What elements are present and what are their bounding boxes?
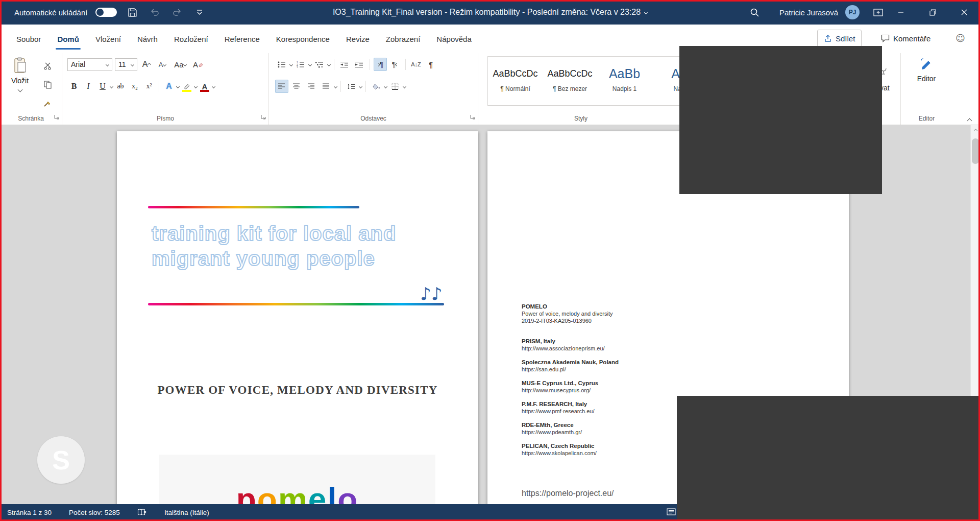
style-item-heading1[interactable]: AaBb Nadpis 1 <box>597 57 652 105</box>
clear-formatting-button[interactable]: A <box>191 58 205 71</box>
feedback-smiley-icon[interactable]: ☺ <box>955 33 965 43</box>
highlight-button[interactable] <box>180 80 193 93</box>
eraser-icon <box>199 62 203 67</box>
font-family-select[interactable]: Arial <box>67 58 112 71</box>
subscript-button[interactable]: x₂ <box>128 80 141 93</box>
styles-group-label: Styly <box>478 115 683 122</box>
borders-options-icon[interactable] <box>403 84 406 88</box>
increase-indent-button[interactable] <box>353 58 366 71</box>
word-count-status[interactable]: Počet slov: 5285 <box>69 509 120 516</box>
search-icon[interactable] <box>748 5 762 19</box>
tab-revize[interactable]: Revize <box>338 25 378 53</box>
separator <box>340 81 341 92</box>
restore-button[interactable] <box>917 0 948 25</box>
highlight-options-icon[interactable] <box>194 84 198 88</box>
strikethrough-button[interactable]: ab <box>114 80 127 93</box>
tab-napoveda[interactable]: Nápověda <box>428 25 479 53</box>
text-effects-options-icon[interactable] <box>176 84 180 88</box>
tab-zobrazeni[interactable]: Zobrazení <box>378 25 429 53</box>
ltr-direction-button[interactable]: ¶ <box>374 58 387 71</box>
font-size-select[interactable]: 11 <box>115 58 137 71</box>
group-styles: AaBbCcDc ¶ Normální AaBbCcDc ¶ Bez mezer… <box>478 53 684 125</box>
page-number-status[interactable]: Stránka 1 z 30 <box>7 509 52 516</box>
text-effects-button[interactable]: A <box>162 80 176 93</box>
bullets-button[interactable] <box>275 58 288 71</box>
shading-options-icon[interactable] <box>384 84 387 88</box>
shading-button[interactable] <box>370 80 383 93</box>
numbering-button[interactable]: 123 <box>294 58 307 71</box>
editor-button[interactable]: Editor <box>908 57 945 109</box>
highlighter-icon <box>183 83 190 89</box>
decrease-indent-button[interactable] <box>338 58 351 71</box>
tab-reference[interactable]: Reference <box>216 25 268 53</box>
style-item-heading2[interactable]: Aa Nad <box>652 57 682 105</box>
close-button[interactable] <box>948 0 980 25</box>
sort-button[interactable]: A↓Z <box>409 58 423 71</box>
align-left-button[interactable] <box>275 80 288 93</box>
numbering-options-icon[interactable] <box>308 62 312 66</box>
font-color-swatch <box>200 90 209 92</box>
scrollbar-thumb[interactable] <box>972 138 979 164</box>
tab-domu[interactable]: Domů <box>49 25 87 53</box>
change-case-button[interactable]: Aa <box>172 58 189 71</box>
share-button[interactable]: Sdílet <box>817 30 862 47</box>
scroll-up-button[interactable] <box>971 125 980 135</box>
font-color-button[interactable]: A <box>198 80 211 93</box>
styles-gallery: AaBbCcDc ¶ Normální AaBbCcDc ¶ Bez mezer… <box>487 56 682 106</box>
quick-access-customize-icon[interactable] <box>192 5 207 19</box>
user-name[interactable]: Patricie Jurasová <box>779 8 838 17</box>
bold-button[interactable]: B <box>67 80 81 93</box>
document-page-1[interactable]: training kit for local and migrant young… <box>117 131 478 504</box>
multilevel-list-button[interactable] <box>313 58 326 71</box>
style-item-no-spacing[interactable]: AaBbCcDc ¶ Bez mezer <box>543 57 597 105</box>
align-center-button[interactable] <box>290 80 303 93</box>
shrink-font-button[interactable]: A <box>156 58 169 71</box>
underline-button[interactable]: U <box>96 80 109 93</box>
align-right-button[interactable] <box>305 80 318 93</box>
chevron-down-icon <box>106 62 109 66</box>
superscript-button[interactable]: x² <box>142 80 156 93</box>
document-title[interactable]: IO3_Training Kit_Final version - Režim k… <box>333 0 647 25</box>
comments-button[interactable]: Komentáře <box>876 30 936 47</box>
partner-item: Spoleczna Akademia Nauk, Poland https://… <box>522 359 721 373</box>
format-painter-button[interactable] <box>41 97 54 110</box>
copy-button[interactable] <box>41 78 54 91</box>
show-marks-button[interactable]: ¶ <box>424 58 437 71</box>
justify-options-icon[interactable] <box>334 84 337 88</box>
share-icon <box>824 34 832 42</box>
underline-options-icon[interactable] <box>110 84 113 88</box>
arrow-left-icon <box>395 62 399 66</box>
rtl-direction-button[interactable]: ¶ <box>388 58 402 71</box>
redo-icon[interactable] <box>170 5 184 19</box>
grow-font-button[interactable]: A <box>140 58 153 71</box>
caret-up-icon <box>148 62 151 66</box>
tab-rozlozeni[interactable]: Rozložení <box>166 25 216 53</box>
avatar[interactable]: PJ <box>845 5 860 19</box>
borders-button[interactable] <box>388 80 402 93</box>
paste-button[interactable]: Vložit <box>6 57 34 109</box>
ribbon-display-options-icon[interactable] <box>871 5 885 19</box>
cut-button[interactable] <box>41 59 54 73</box>
collapse-ribbon-icon[interactable] <box>968 115 971 125</box>
italic-button[interactable]: I <box>82 80 95 93</box>
tab-navrh[interactable]: Návrh <box>129 25 166 53</box>
multilevel-options-icon[interactable] <box>327 62 331 66</box>
undo-icon[interactable] <box>148 5 162 19</box>
line-spacing-options-icon[interactable] <box>359 84 362 88</box>
font-color-options-icon[interactable] <box>212 84 215 88</box>
justify-button[interactable] <box>320 80 333 93</box>
paragraph-group-label: Odstavec <box>269 115 478 122</box>
tab-vlozeni[interactable]: Vložení <box>87 25 129 53</box>
minimize-button[interactable] <box>885 0 917 25</box>
editor-group-label: Editor <box>901 115 952 122</box>
autosave-toggle[interactable] <box>95 8 117 17</box>
tab-korespondence[interactable]: Korespondence <box>268 25 338 53</box>
language-status[interactable]: Italština (Itálie) <box>164 509 209 516</box>
tab-soubor[interactable]: Soubor <box>8 25 49 53</box>
bullets-options-icon[interactable] <box>289 62 293 66</box>
focus-mode-icon[interactable] <box>667 508 676 517</box>
save-icon[interactable] <box>125 5 139 19</box>
line-spacing-button[interactable] <box>345 80 358 93</box>
style-item-normal[interactable]: AaBbCcDc ¶ Normální <box>488 57 543 105</box>
proofing-errors-icon[interactable] <box>137 509 147 516</box>
